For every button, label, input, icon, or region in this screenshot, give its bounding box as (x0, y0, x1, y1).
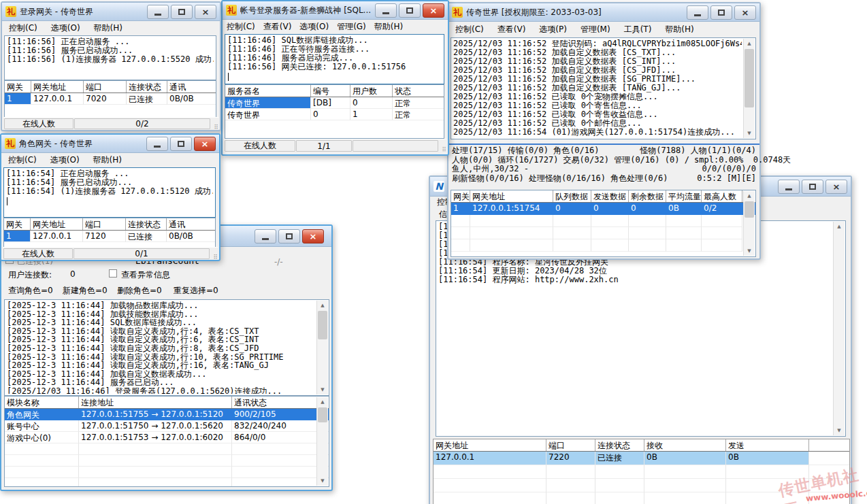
col-header[interactable]: 平均流量 (666, 190, 702, 202)
col-header[interactable]: 连接地址 (79, 397, 232, 408)
titlebar[interactable]: 礼 传奇世界 [授权期限至: 2033-03-03] × (448, 3, 759, 22)
col-header[interactable]: 最高人数 (702, 190, 742, 202)
close-button[interactable]: × (825, 180, 847, 194)
scroll-up-icon[interactable]: ▲ (317, 397, 328, 407)
maximize-button[interactable] (170, 137, 192, 151)
menu-control[interactable]: 控制(C) (448, 22, 491, 37)
log-output[interactable]: [2025-12-3 11:16:44] 加载物品数据库成功... [2025-… (4, 299, 329, 396)
menu-view[interactable]: 查看(V) (259, 20, 296, 34)
scroll-up-icon[interactable]: ▲ (834, 222, 845, 231)
minimize-button[interactable] (778, 180, 800, 194)
col-header[interactable]: 通讯状态 (232, 397, 329, 408)
log-output[interactable]: [11:16:56] 正在启动服务 ... [11:16:56] 服务已启动成功… (4, 35, 216, 80)
col-header[interactable]: 状态 (393, 85, 444, 97)
table-row[interactable]: 传奇世界 [DB] 0 正常 (225, 97, 444, 109)
resize-grip[interactable]: ⠿ (438, 139, 446, 152)
scroll-down-icon[interactable]: ▼ (317, 476, 328, 486)
menu-help[interactable]: 帮助(H) (86, 153, 129, 167)
log-output[interactable]: [11:16:54] 正在启动服务 ... [11:16:54] 服务已启动成功… (3, 167, 216, 218)
scroll-down-icon[interactable]: ▼ (317, 385, 328, 394)
close-button[interactable]: × (423, 3, 444, 18)
col-header[interactable]: 网关地址 (470, 190, 553, 202)
col-header[interactable]: 队列数据 (553, 190, 591, 202)
menu-control[interactable]: 控制(C) (223, 20, 259, 34)
col-header[interactable]: 连接状态 (595, 439, 644, 451)
menu-options[interactable]: 选项(O) (295, 20, 333, 34)
scroll-up-icon[interactable]: ▲ (744, 39, 755, 48)
titlebar[interactable]: 礼 角色网关 - 传奇世界 × (1, 135, 219, 153)
col-header[interactable]: 剩余数据 (629, 190, 666, 202)
col-header[interactable]: 接收 (644, 439, 726, 451)
scroll-thumb[interactable] (318, 311, 327, 339)
log-scrollbar[interactable]: ▲ ▼ (316, 301, 328, 394)
table-row[interactable]: 1 127.0.0.1 7120 已连接 0B/0B (4, 231, 215, 242)
table-row[interactable]: 游戏中心(0) 127.0.0.1:51753 → 127.0.0.1:6020… (5, 432, 329, 443)
col-header[interactable]: 通讯 (167, 218, 215, 230)
col-header[interactable]: 网关地址 (434, 439, 546, 451)
col-header[interactable]: 网关地址 (31, 81, 84, 93)
menu-help[interactable]: 帮助(H) (370, 20, 407, 34)
col-header[interactable]: 网关 (4, 218, 31, 230)
col-header[interactable]: 连接状态 (126, 218, 167, 230)
menu-options[interactable]: 选项(O) (44, 153, 86, 167)
scroll-down-icon[interactable]: ▼ (744, 129, 755, 138)
menu-options[interactable]: 选项(O) (44, 21, 87, 35)
col-header[interactable]: 网关 (451, 190, 470, 202)
table-row[interactable]: 127.0.0.1 7220 已连接 0B 0B (434, 452, 849, 465)
minimize-button[interactable] (146, 137, 168, 151)
col-header[interactable]: 发送 (726, 439, 809, 451)
menu-options[interactable]: 选项(P) (532, 22, 574, 37)
log-scrollbar[interactable]: ▲ ▼ (743, 39, 755, 138)
col-header[interactable]: 端口 (546, 439, 595, 451)
scroll-thumb[interactable] (745, 49, 754, 107)
col-header[interactable]: 连接状态 (127, 81, 167, 93)
col-header[interactable]: 网关 (5, 81, 31, 93)
maximize-button[interactable] (171, 5, 193, 19)
col-header[interactable]: 网关地址 (31, 218, 83, 230)
resize-grip[interactable]: ⠿ (210, 248, 218, 260)
log-scrollbar[interactable]: ▲ ▼ (833, 222, 845, 435)
menu-help[interactable]: 帮助(H) (658, 22, 700, 37)
table-row[interactable]: 1 127.0.0.1 7020 已连接 0B/0B (5, 93, 216, 105)
scroll-up-icon[interactable]: ▲ (744, 191, 755, 201)
close-button[interactable]: × (195, 5, 216, 19)
scroll-down-icon[interactable]: ▼ (744, 246, 755, 256)
maximize-button[interactable] (399, 3, 421, 18)
minimize-button[interactable] (375, 3, 397, 18)
col-header[interactable]: 通讯 (167, 81, 216, 93)
table-scrollbar[interactable]: ▲ ▼ (743, 191, 755, 256)
table-row[interactable]: 传奇世界 0 1 正常 (225, 109, 444, 120)
scroll-thumb[interactable] (745, 201, 754, 218)
col-header[interactable]: 用户数 (350, 85, 393, 97)
col-header[interactable]: 端口 (83, 218, 126, 230)
col-header[interactable]: 发送数据 (591, 190, 629, 202)
minimize-button[interactable] (147, 5, 169, 19)
scroll-thumb[interactable] (318, 407, 327, 422)
log-output[interactable]: [11:16:46] SQL数据库链接成功... [11:16:46] 正在等待… (225, 34, 444, 84)
maximize-button[interactable] (710, 5, 732, 20)
resize-grip[interactable]: ⠿ (210, 118, 218, 130)
menu-manage[interactable]: 管理(G) (333, 20, 370, 34)
maximize-button[interactable] (802, 180, 823, 194)
col-header[interactable]: 服务器名 (225, 85, 311, 97)
table-row[interactable]: 账号中心 127.0.0.1:51750 → 127.0.0.1:5620 83… (5, 420, 329, 432)
menu-control[interactable]: 控制(C) (2, 21, 44, 35)
col-header[interactable]: 端口 (84, 81, 127, 93)
scroll-down-icon[interactable]: ▼ (834, 426, 845, 435)
maximize-button[interactable] (278, 229, 300, 243)
menu-view[interactable]: 查看(V) (491, 22, 533, 37)
scroll-up-icon[interactable]: ▲ (317, 301, 328, 310)
titlebar[interactable]: 礼 登录网关 - 传奇世界 × (2, 3, 220, 21)
log-output[interactable]: 2025/12/03 11:16:52 登陆识别码: aQ4lRQLCVPRYb… (451, 37, 756, 139)
minimize-button[interactable] (255, 229, 276, 243)
table-row[interactable]: 1 127.0.0.1:51754 0 0 0 0B 0/2 (451, 203, 755, 215)
close-button[interactable]: × (734, 5, 756, 20)
table-row[interactable]: 角色网关 127.0.0.1:51755 → 127.0.0.1:5120 90… (5, 409, 329, 420)
minimize-button[interactable] (687, 5, 708, 20)
table-scrollbar[interactable]: ▲ ▼ (316, 397, 328, 486)
menu-manage[interactable]: 管理(M) (574, 22, 617, 37)
col-header[interactable]: 编号 (311, 85, 350, 97)
menu-control[interactable]: 控制(C) (1, 153, 44, 167)
close-button[interactable]: × (194, 137, 216, 151)
menu-help[interactable]: 帮助(H) (87, 21, 129, 35)
